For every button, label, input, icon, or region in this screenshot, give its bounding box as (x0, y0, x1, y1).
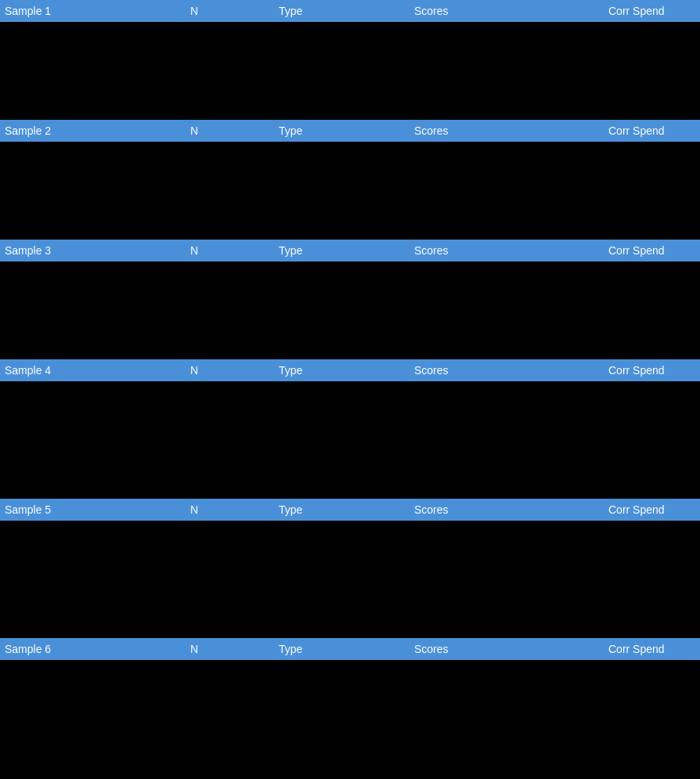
body-sample1 (0, 22, 700, 120)
col-sample-label: Sample 4 (0, 361, 186, 380)
section-sample1: Sample 1NTypeScoresCorr Spend (0, 0, 700, 120)
col-sample-label: Sample 6 (0, 640, 186, 658)
section-sample6a: Sample 6NTypeScoresCorr Spend (0, 638, 700, 779)
col-scores-label: Scores (410, 640, 604, 658)
header-sample4: Sample 4NTypeScoresCorr Spend (0, 359, 700, 381)
body-sample2 (0, 142, 700, 240)
col-sample-label: Sample 5 (0, 500, 186, 519)
col-sample-label: Sample 1 (0, 2, 186, 20)
col-corr-label: Corr Spend (604, 640, 700, 658)
col-corr-label: Corr Spend (604, 121, 700, 140)
col-sample-label: Sample 2 (0, 121, 186, 140)
col-scores-label: Scores (410, 241, 604, 260)
col-n-label: N (186, 361, 274, 380)
col-n-label: N (186, 640, 274, 658)
col-type-label: Type (274, 640, 410, 658)
header-sample1: Sample 1NTypeScoresCorr Spend (0, 0, 700, 22)
col-scores-label: Scores (410, 2, 604, 20)
body-sample5 (0, 521, 700, 638)
col-type-label: Type (274, 2, 410, 20)
col-type-label: Type (274, 121, 410, 140)
col-scores-label: Scores (410, 121, 604, 140)
col-n-label: N (186, 2, 274, 20)
col-corr-label: Corr Spend (604, 500, 700, 519)
col-type-label: Type (274, 361, 410, 380)
col-scores-label: Scores (410, 361, 604, 380)
header-sample5: Sample 5NTypeScoresCorr Spend (0, 499, 700, 521)
col-n-label: N (186, 121, 274, 140)
header-sample6a: Sample 6NTypeScoresCorr Spend (0, 638, 700, 660)
section-sample5: Sample 5NTypeScoresCorr Spend (0, 499, 700, 638)
col-n-label: N (186, 500, 274, 519)
section-sample2: Sample 2NTypeScoresCorr Spend (0, 120, 700, 240)
col-type-label: Type (274, 241, 410, 260)
body-sample6a (0, 660, 700, 779)
header-sample2: Sample 2NTypeScoresCorr Spend (0, 120, 700, 142)
col-corr-label: Corr Spend (604, 2, 700, 20)
col-corr-label: Corr Spend (604, 241, 700, 260)
body-sample4 (0, 381, 700, 499)
section-sample4: Sample 4NTypeScoresCorr Spend (0, 359, 700, 499)
col-type-label: Type (274, 500, 410, 519)
section-sample3: Sample 3NTypeScoresCorr Spend (0, 240, 700, 359)
col-sample-label: Sample 3 (0, 241, 186, 260)
body-sample3 (0, 261, 700, 359)
col-scores-label: Scores (410, 500, 604, 519)
col-n-label: N (186, 241, 274, 260)
col-corr-label: Corr Spend (604, 361, 700, 380)
app-container: Sample 1NTypeScoresCorr SpendSample 2NTy… (0, 0, 700, 779)
header-sample3: Sample 3NTypeScoresCorr Spend (0, 240, 700, 261)
